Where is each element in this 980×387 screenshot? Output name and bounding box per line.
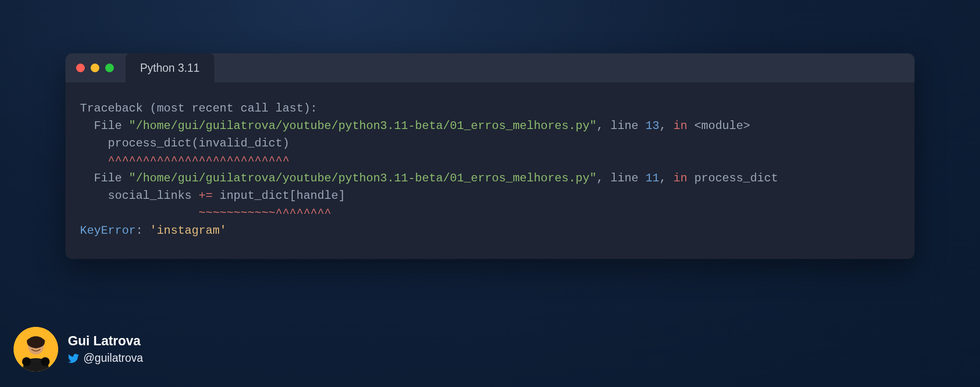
- traceback-output: Traceback (most recent call last): File …: [65, 82, 915, 259]
- author-handle: @guilatrova: [83, 352, 143, 365]
- author-handle-row: @guilatrova: [68, 352, 143, 365]
- svg-point-2: [22, 357, 31, 366]
- trace-sep: ,: [659, 119, 673, 132]
- window-minimize-button[interactable]: [91, 64, 99, 72]
- error-type: KeyError: [80, 224, 136, 237]
- trace-line-sep: , line: [597, 172, 646, 185]
- window-zoom-button[interactable]: [105, 64, 114, 72]
- tab-python[interactable]: Python 3.11: [126, 53, 214, 82]
- trace-in-kw: in: [673, 172, 687, 185]
- trace-scope: process_dict: [687, 172, 778, 185]
- trace-line-number: 13: [646, 119, 660, 132]
- trace-source-post: input_dict[handle]: [213, 189, 346, 202]
- window-titlebar: Python 3.11: [65, 53, 915, 82]
- tab-label: Python 3.11: [140, 62, 200, 75]
- author-block: Gui Latrova @guilatrova: [14, 327, 143, 371]
- author-name: Gui Latrova: [68, 334, 143, 349]
- window-close-button[interactable]: [76, 64, 85, 72]
- trace-caret-underline: ^^^^^^^^^^^^^^^^^^^^^^^^^^: [80, 154, 289, 167]
- trace-file-prefix: File: [80, 119, 129, 132]
- author-text: Gui Latrova @guilatrova: [68, 334, 143, 365]
- avatar-illustration: [14, 327, 58, 371]
- trace-source-pre: social_links: [80, 189, 199, 202]
- trace-file-path: "/home/gui/guilatrova/youtube/python3.11…: [129, 172, 597, 185]
- trace-scope: <module>: [687, 119, 750, 132]
- traffic-lights: [76, 64, 114, 72]
- trace-header: Traceback (most recent call last):: [80, 102, 317, 115]
- svg-point-3: [41, 357, 49, 366]
- trace-line-sep: , line: [597, 119, 646, 132]
- avatar: [14, 327, 58, 371]
- trace-line-number: 11: [646, 172, 660, 185]
- error-sep: :: [136, 224, 150, 237]
- trace-caret-underline: ~~~~~~~~~~~^^^^^^^^: [80, 207, 331, 220]
- trace-file-prefix: File: [80, 172, 129, 185]
- trace-file-path: "/home/gui/guilatrova/youtube/python3.11…: [129, 119, 597, 132]
- error-value: 'instagram': [150, 224, 226, 237]
- trace-in-kw: in: [673, 119, 687, 132]
- twitter-icon: [68, 353, 79, 364]
- trace-sep: ,: [659, 172, 673, 185]
- trace-op: +=: [199, 189, 213, 202]
- code-window: Python 3.11 Traceback (most recent call …: [65, 53, 915, 259]
- trace-source-line: process_dict(invalid_dict): [80, 137, 289, 150]
